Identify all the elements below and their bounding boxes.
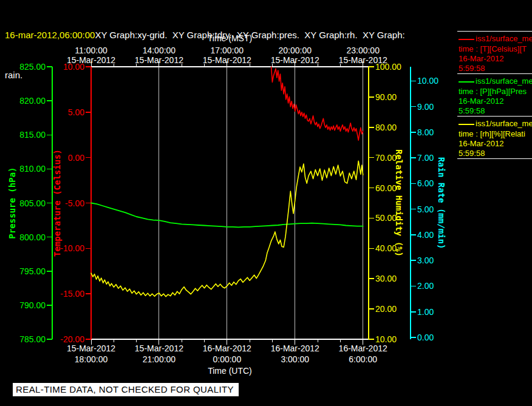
legend-line-sample-icon [459, 39, 474, 40]
legend-series-param: time : [P][hPa][Pres [459, 87, 532, 96]
svg-text:14:00:00: 14:00:00 [143, 46, 176, 55]
legend-entry: iss1/surface_metime : [T][Celsius][T16-M… [457, 31, 532, 73]
legend-series-param: time : [rh][%][Relati [459, 129, 532, 139]
legend-divider [457, 158, 532, 159]
rain-axis-title: Rain Rate (mm/min) [437, 157, 446, 249]
svg-text:810.00: 810.00 [19, 164, 46, 174]
svg-text:50.00: 50.00 [375, 213, 397, 223]
svg-text:790.00: 790.00 [19, 300, 46, 310]
svg-text:40.00: 40.00 [375, 243, 397, 253]
pressure-axis: 825.00820.00815.00810.00805.00800.00795.… [7, 62, 52, 344]
temperature-axis: 10.005.000.00-5.00-10.00-15.00-20.00Temp… [52, 62, 91, 344]
xy-plot-canvas[interactable]: 11:00:0015-Mar-201214:00:0015-Mar-201217… [0, 0, 532, 406]
svg-text:815.00: 815.00 [19, 130, 46, 140]
svg-text:11:00:00: 11:00:00 [75, 46, 107, 55]
svg-text:15-Mar-2012: 15-Mar-2012 [135, 55, 183, 65]
legend-series-time: 5:59:58 [459, 106, 532, 116]
bottom-axis-title: Time (UTC) [208, 366, 252, 376]
gridlines [159, 67, 363, 339]
legend-series-name: iss1/surface_me [459, 33, 532, 44]
svg-text:3.00: 3.00 [417, 255, 434, 265]
svg-text:70.00: 70.00 [375, 153, 397, 163]
svg-text:15-Mar-2012: 15-Mar-2012 [271, 55, 319, 65]
temperature-axis-title: Temperature (Celsius) [52, 149, 62, 257]
legend-series-date: 16-Mar-2012 [459, 96, 532, 106]
svg-text:20:00:00: 20:00:00 [279, 46, 312, 55]
svg-text:20.00: 20.00 [375, 304, 397, 314]
svg-text:100.00: 100.00 [375, 62, 401, 72]
legend-panel: iss1/surface_metime : [T][Celsius][T16-M… [457, 31, 532, 159]
legend-series-date: 16-Mar-2012 [459, 139, 532, 149]
legend-series-date: 16-Mar-2012 [459, 54, 532, 64]
svg-text:6:00:00: 6:00:00 [349, 354, 377, 364]
xy-graph-plot[interactable]: 11:00:0015-Mar-201214:00:0015-Mar-201217… [0, 0, 532, 406]
svg-text:6.00: 6.00 [417, 178, 434, 188]
svg-text:4.00: 4.00 [417, 230, 434, 240]
svg-text:16-Mar-2012: 16-Mar-2012 [339, 343, 387, 353]
svg-text:15-Mar-2012: 15-Mar-2012 [135, 343, 183, 353]
svg-text:2.00: 2.00 [417, 281, 434, 291]
temperature-curve [271, 67, 363, 140]
svg-text:785.00: 785.00 [19, 334, 46, 344]
legend-series-name: iss1/surface_me [459, 76, 532, 87]
legend-series-time: 5:59:58 [459, 64, 532, 73]
rh-axis: 100.0090.0080.0070.0060.0050.0040.0030.0… [369, 62, 404, 344]
svg-text:23:00:00: 23:00:00 [346, 46, 380, 55]
svg-text:18:00:00: 18:00:00 [75, 354, 108, 364]
svg-text:0:00:00: 0:00:00 [213, 354, 241, 364]
quality-status-text: REAL-TIME DATA, NOT CHECKED FOR QUALITY [16, 384, 234, 394]
svg-text:805.00: 805.00 [19, 198, 46, 208]
svg-text:15-Mar-2012: 15-Mar-2012 [67, 343, 115, 353]
legend-series-name: iss1/surface_me [459, 118, 532, 129]
svg-text:10.00: 10.00 [417, 76, 438, 86]
svg-text:825.00: 825.00 [19, 62, 46, 72]
svg-text:10.00: 10.00 [375, 334, 397, 344]
svg-text:3:00:00: 3:00:00 [281, 354, 309, 364]
legend-series-time: 5:59:58 [459, 149, 532, 158]
svg-text:80.00: 80.00 [375, 123, 397, 132]
svg-text:8.00: 8.00 [417, 127, 434, 137]
svg-text:-10.00: -10.00 [60, 243, 84, 253]
svg-text:5.00: 5.00 [68, 107, 84, 117]
svg-text:0.00: 0.00 [68, 153, 84, 163]
svg-text:820.00: 820.00 [19, 96, 46, 106]
svg-text:800.00: 800.00 [19, 232, 46, 242]
svg-text:5.00: 5.00 [417, 205, 434, 214]
legend-line-sample-icon [459, 81, 474, 83]
rtdisplay-window: 16-mar-2012,06:00:00XY Graph:xy-grid. XY… [0, 0, 532, 406]
svg-text:16-Mar-2012: 16-Mar-2012 [203, 343, 251, 353]
svg-text:1.00: 1.00 [417, 307, 434, 317]
quality-status-banner: REAL-TIME DATA, NOT CHECKED FOR QUALITY [13, 383, 239, 396]
svg-text:-15.00: -15.00 [60, 289, 84, 299]
svg-text:10.00: 10.00 [63, 62, 84, 72]
svg-text:17:00:00: 17:00:00 [211, 46, 244, 55]
rh-axis-title: Relative Humidity (%) [394, 149, 404, 257]
svg-text:0.00: 0.00 [417, 333, 434, 342]
top-axis-title: Time (MST) [208, 33, 252, 43]
legend-line-sample-icon [459, 124, 474, 125]
svg-text:9.00: 9.00 [417, 102, 434, 112]
svg-text:-20.00: -20.00 [60, 334, 84, 344]
svg-text:795.00: 795.00 [19, 266, 46, 276]
svg-text:30.00: 30.00 [375, 274, 397, 283]
svg-text:16-Mar-2012: 16-Mar-2012 [271, 343, 319, 353]
pressure-axis-title: Pressure (hPa) [7, 167, 17, 239]
legend-entry: iss1/surface_metime : [P][hPa][Pres16-Ma… [457, 73, 532, 116]
svg-text:7.00: 7.00 [417, 153, 434, 163]
svg-text:21:00:00: 21:00:00 [143, 354, 176, 364]
rain-axis: 10.009.008.007.006.005.004.003.002.001.0… [411, 67, 446, 342]
legend-entry: iss1/surface_metime : [rh][%][Relati16-M… [457, 116, 532, 158]
svg-text:-5.00: -5.00 [65, 198, 84, 208]
svg-text:90.00: 90.00 [375, 92, 397, 102]
svg-text:15-Mar-2012: 15-Mar-2012 [203, 55, 251, 65]
legend-series-param: time : [T][Celsius][T [459, 44, 532, 54]
svg-text:60.00: 60.00 [375, 183, 397, 193]
